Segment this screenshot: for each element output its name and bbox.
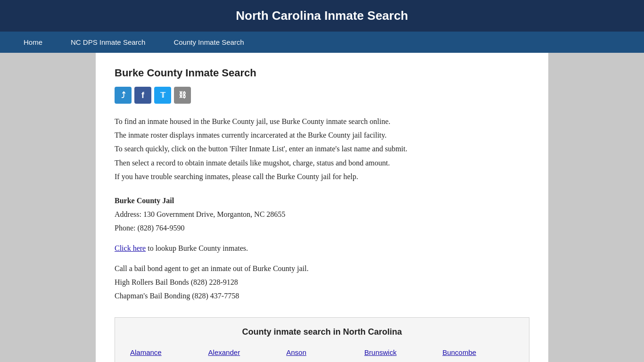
description-line: To find an inmate housed in the Burke Co…: [115, 115, 529, 128]
county-search-section: County inmate search in North Carolina A…: [115, 317, 529, 362]
jail-address: Address: 130 Government Drive, Morganton…: [115, 208, 529, 222]
nav-county[interactable]: County Inmate Search: [159, 32, 258, 53]
description-line: Then select a record to obtain inmate de…: [115, 156, 529, 169]
address-value: 130 Government Drive, Morganton, NC 2865…: [143, 210, 285, 218]
address-label: Address:: [115, 210, 141, 218]
description-line: To search quickly, click on the button '…: [115, 142, 529, 155]
site-header: North Carolina Inmate Search: [0, 0, 644, 32]
phone-value: (828) 764-9590: [137, 224, 184, 232]
jail-info: Burke County Jail Address: 130 Governmen…: [115, 194, 529, 235]
main-nav: Home NC DPS Inmate Search County Inmate …: [0, 32, 644, 53]
county-link[interactable]: Buncombe: [441, 346, 515, 358]
twitter-share-button[interactable]: 𝕋: [154, 87, 171, 104]
description-line: If you have trouble searching inmates, p…: [115, 170, 529, 183]
lookup-link: Click here to lookup Burke County inmate…: [115, 244, 529, 253]
lookup-after-text: to lookup Burke County inmates.: [146, 244, 248, 252]
copy-link-button[interactable]: ⛓: [174, 87, 191, 104]
share-button[interactable]: ⤴: [115, 87, 132, 104]
bail-agent: High Rollers Bail Bonds (828) 228-9128: [115, 276, 529, 289]
facebook-share-button[interactable]: f: [134, 87, 151, 104]
bail-intro: Call a bail bond agent to get an inmate …: [115, 262, 529, 276]
description-block: To find an inmate housed in the Burke Co…: [115, 115, 529, 183]
county-grid: AlamanceAlexanderAnsonBrunswickBuncombeB…: [129, 346, 515, 362]
nav-home[interactable]: Home: [9, 32, 57, 53]
description-line: The inmate roster displays inmates curre…: [115, 129, 529, 141]
content-wrapper: Burke County Inmate Search ⤴ f 𝕋 ⛓ To fi…: [96, 53, 548, 362]
site-title: North Carolina Inmate Search: [9, 8, 635, 23]
bail-info: Call a bail bond agent to get an inmate …: [115, 262, 529, 303]
county-link[interactable]: Anson: [285, 346, 359, 358]
click-here-link[interactable]: Click here: [115, 244, 146, 252]
jail-name: Burke County Jail: [115, 194, 529, 208]
bail-agent: Chapman's Bail Bonding (828) 437-7758: [115, 289, 529, 303]
page-title: Burke County Inmate Search: [115, 67, 529, 79]
jail-phone: Phone: (828) 764-9590: [115, 222, 529, 235]
county-link[interactable]: Alexander: [207, 346, 281, 358]
phone-label: Phone:: [115, 224, 135, 232]
county-link[interactable]: Brunswick: [363, 346, 437, 358]
county-search-title: County inmate search in North Carolina: [129, 327, 515, 337]
county-link[interactable]: Alamance: [129, 346, 203, 358]
nav-nc-dps[interactable]: NC DPS Inmate Search: [57, 32, 159, 53]
social-share: ⤴ f 𝕋 ⛓: [115, 87, 529, 104]
